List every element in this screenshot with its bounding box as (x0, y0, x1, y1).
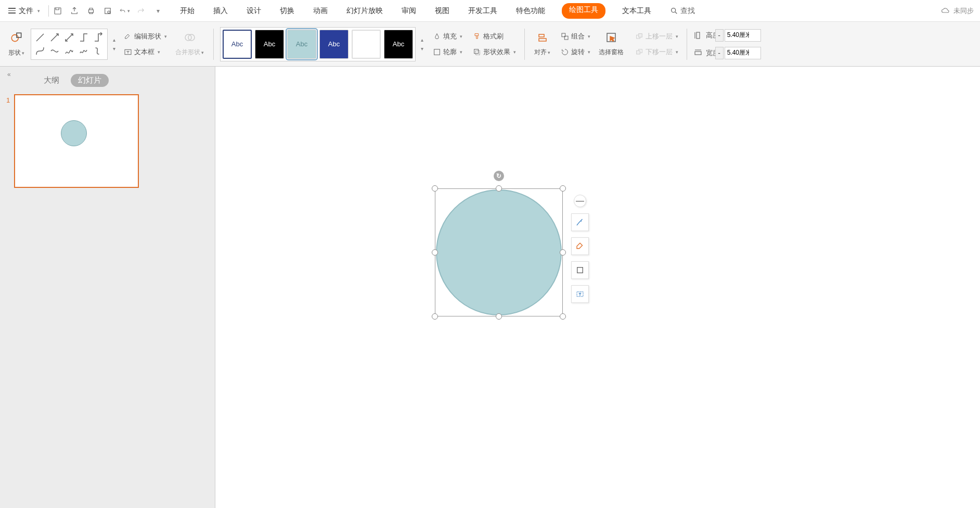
cloud-icon (941, 6, 950, 16)
send-backward-button[interactable]: 下移一层▾ (633, 46, 680, 58)
tab-drawing-tools[interactable]: 绘图工具 (562, 3, 605, 19)
fill-button[interactable]: 填充▾ (431, 30, 465, 43)
main-area: « 大纲 幻灯片 1 (0, 67, 980, 508)
style-down-icon[interactable]: ▾ (421, 46, 423, 52)
tab-review[interactable]: 审阅 (399, 3, 418, 19)
elbow-icon[interactable] (77, 31, 91, 44)
resize-handle-bl[interactable] (432, 313, 438, 320)
style-2[interactable]: Abc (255, 30, 284, 59)
file-menu[interactable]: 文件 ▾ (6, 6, 45, 16)
slide-canvas-area[interactable]: — (217, 69, 980, 508)
redo-icon[interactable] (135, 5, 147, 17)
svg-rect-21 (637, 50, 640, 54)
style-5[interactable] (352, 30, 381, 59)
curve2-icon[interactable] (48, 45, 61, 57)
align-button[interactable]: 对齐▾ (531, 29, 553, 59)
svg-point-5 (11, 35, 18, 42)
elbow-arrow-icon[interactable] (92, 31, 105, 44)
tab-featured[interactable]: 特色功能 (514, 3, 547, 19)
text-box-button[interactable]: 文本框▾ (122, 46, 169, 58)
print-preview-icon[interactable] (102, 5, 113, 17)
line-shapes-gallery[interactable] (31, 29, 108, 60)
gallery-down-icon[interactable]: ▾ (113, 46, 115, 52)
svg-rect-10 (434, 49, 440, 55)
collapse-icon[interactable]: « (7, 71, 11, 78)
height-spinner[interactable]: - (715, 29, 724, 42)
s-curve-icon[interactable] (92, 45, 105, 57)
shape-effects-button[interactable]: 形状效果▾ (471, 46, 518, 58)
arrow-line-icon[interactable] (48, 31, 61, 44)
style-3[interactable]: Abc (287, 30, 316, 59)
width-spinner[interactable]: - (715, 47, 724, 59)
resize-handle-tl[interactable] (432, 185, 438, 192)
chevron-down-icon: ▾ (37, 8, 40, 14)
format-painter-button[interactable]: 格式刷 (471, 30, 518, 43)
more-icon[interactable]: ▾ (152, 5, 163, 17)
scribble-icon[interactable] (77, 45, 91, 57)
thumbnail-circle-shape (61, 120, 87, 146)
merge-icon (184, 31, 196, 47)
tab-design[interactable]: 设计 (244, 3, 263, 19)
height-input[interactable] (725, 29, 761, 42)
resize-handle-br[interactable] (560, 313, 566, 320)
style-up-icon[interactable]: ▴ (421, 37, 423, 43)
undo-icon[interactable]: ▾ (119, 5, 130, 17)
outline-button[interactable]: 轮廓▾ (431, 46, 465, 58)
style-1[interactable]: Abc (223, 30, 252, 59)
bring-forward-button[interactable]: 上移一层▾ (633, 30, 680, 43)
line-icon[interactable] (33, 31, 47, 44)
svg-point-4 (672, 8, 676, 12)
ribbon-toolbar: 形状▾ ▴ ▾ 编辑形状▾ 文本框▾ 合并形状▾ Abc Abc Abc Abc… (0, 22, 980, 67)
curve-icon[interactable] (33, 45, 47, 57)
tab-animation[interactable]: 动画 (311, 3, 330, 19)
tab-text-tools[interactable]: 文本工具 (620, 3, 653, 19)
save-icon[interactable] (52, 5, 63, 17)
rotate-button[interactable]: 旋转▾ (559, 46, 592, 58)
resize-handle-bm[interactable] (496, 313, 502, 320)
tab-insert[interactable]: 插入 (211, 3, 230, 19)
tab-view[interactable]: 视图 (433, 3, 452, 19)
text-float-icon[interactable] (571, 285, 589, 303)
double-arrow-icon[interactable] (62, 31, 76, 44)
width-input[interactable] (725, 47, 761, 59)
collapse-float-icon[interactable]: — (574, 195, 586, 207)
resize-handle-mr[interactable] (560, 249, 566, 256)
tab-start[interactable]: 开始 (178, 3, 197, 19)
slide-thumbnail-1[interactable] (14, 94, 139, 188)
merge-shapes-button[interactable]: 合并形状▾ (172, 29, 207, 59)
fill-float-icon[interactable] (571, 237, 589, 255)
tab-developer[interactable]: 开发工具 (466, 3, 499, 19)
circle-shape[interactable] (436, 189, 562, 315)
style-4[interactable]: Abc (319, 30, 349, 59)
resize-handle-tr[interactable] (560, 185, 566, 192)
selection-pane-button[interactable]: 选择窗格 (596, 29, 627, 59)
search-button[interactable]: 查找 (668, 3, 697, 19)
export-icon[interactable] (69, 5, 80, 17)
tab-slideshow[interactable]: 幻灯片放映 (344, 3, 385, 19)
gallery-up-icon[interactable]: ▴ (113, 37, 115, 43)
selected-shape-container[interactable] (435, 188, 563, 316)
svg-rect-24 (577, 268, 583, 273)
svg-rect-14 (539, 39, 546, 41)
brush-float-icon[interactable] (571, 213, 589, 231)
shapes-button[interactable]: 形状▾ (5, 29, 28, 59)
tab-transition[interactable]: 切换 (278, 3, 296, 19)
separator (687, 29, 687, 60)
shape-style-gallery[interactable]: Abc Abc Abc Abc Abc (220, 27, 416, 61)
outline-tab[interactable]: 大纲 (44, 75, 59, 85)
style-6[interactable]: Abc (384, 30, 413, 59)
sync-status[interactable]: 未同步 (941, 6, 974, 16)
slide-tab[interactable]: 幻灯片 (71, 74, 109, 87)
resize-handle-ml[interactable] (432, 249, 438, 256)
slide-canvas[interactable]: — (217, 69, 980, 508)
freeform-icon[interactable] (62, 45, 76, 57)
file-label: 文件 (19, 6, 33, 16)
outline-float-icon[interactable] (571, 261, 589, 279)
edit-shape-button[interactable]: 编辑形状▾ (122, 30, 169, 43)
align-icon (536, 31, 549, 47)
floating-toolbar: — (571, 195, 589, 303)
rotate-handle[interactable] (494, 171, 504, 181)
group-button[interactable]: 组合▾ (559, 30, 592, 43)
resize-handle-tm[interactable] (496, 185, 502, 192)
print-icon[interactable] (85, 5, 97, 17)
